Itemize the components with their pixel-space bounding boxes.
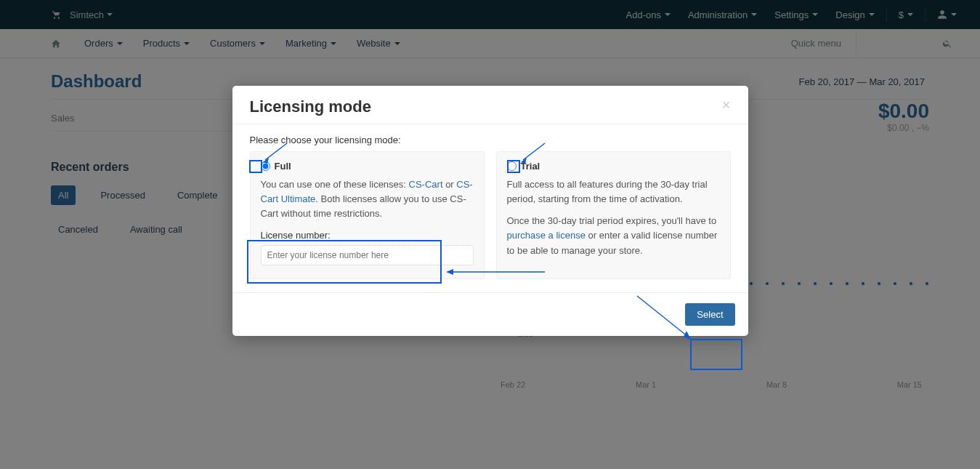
close-icon[interactable]: × — [722, 97, 731, 112]
option-trial-desc: Full access to all features during the 3… — [507, 177, 720, 258]
option-full: Full You can use one of these licenses: … — [250, 151, 485, 279]
select-button[interactable]: Select — [685, 303, 734, 326]
license-number-input[interactable] — [261, 245, 474, 265]
option-trial-label: Trial — [521, 161, 540, 172]
option-full-desc: You can use one of these licenses: CS-Ca… — [261, 177, 474, 221]
modal-title: Licensing mode — [250, 97, 371, 116]
radio-full[interactable] — [261, 161, 270, 171]
license-number-label: License number: — [261, 230, 474, 241]
option-trial: Trial Full access to all features during… — [496, 151, 731, 279]
link-cscart[interactable]: CS-Cart — [409, 179, 443, 190]
licensing-modal: Licensing mode × Please choose your lice… — [232, 86, 748, 336]
modal-prompt: Please choose your licensing mode: — [250, 135, 731, 145]
option-full-label: Full — [275, 161, 291, 172]
link-purchase[interactable]: purchase a license — [507, 230, 586, 241]
radio-trial[interactable] — [507, 161, 517, 171]
